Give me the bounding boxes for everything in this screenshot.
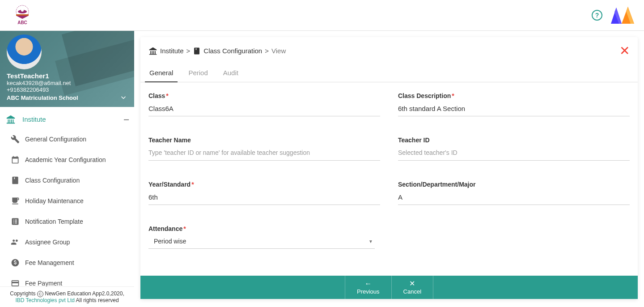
top-header: ABC ? [0,0,644,31]
breadcrumb-current: View [271,47,286,55]
sidebar-item-class-config[interactable]: Class Configuration [0,170,134,191]
calendar-icon [10,154,21,165]
close-icon[interactable]: ✕ [619,43,630,58]
header-right: ? [592,5,635,26]
dollar-icon [10,257,21,268]
value-class-desc[interactable]: 6th standard A Section [398,103,630,116]
arrow-left-icon: ← [364,280,372,287]
minus-icon: – [124,114,129,124]
svg-text:ABC: ABC [17,20,27,25]
sidebar-item-label: Academic Year Configuration [25,156,106,163]
field-attendance: Attendance* Period wise ▼ [148,225,375,249]
wrench-icon [10,134,21,145]
chevron-down-icon[interactable] [119,94,127,102]
field-teacher-id: Teacher ID Selected teacher's ID [398,136,630,161]
book-icon [193,47,201,55]
avatar [7,34,42,69]
sidebar-item-label: Fee Management [25,259,74,266]
previous-label: Previous [357,288,380,295]
user-school: ABC Matriculation School [7,94,127,101]
field-teacher-name: Teacher Name Type 'teacher ID or name' f… [148,136,380,161]
select-attendance[interactable]: Period wise ▼ [148,236,375,249]
previous-button[interactable]: ← Previous [345,277,391,298]
institute-icon [148,47,157,55]
tab-period[interactable]: Period [187,64,208,82]
cancel-button[interactable]: ✕ Cancel [392,277,433,298]
card-icon [10,278,21,286]
footer-copyrights: Copyrights [10,290,35,297]
value-section[interactable]: A [398,192,630,205]
label-class: Class* [148,92,380,99]
label-year: Year/Standard* [148,181,380,188]
tab-audit[interactable]: Audit [222,64,239,82]
field-class-desc: Class Description* 6th standard A Sectio… [398,92,630,116]
sidebar: TestTeacher1 kecak43928@a6mail.net +9163… [0,31,134,307]
sidebar-item-assignee-group[interactable]: Assignee Group [0,232,134,252]
label-teacher-id: Teacher ID [398,136,630,144]
sidebar-item-label: General Configuration [25,136,86,143]
dropdown-arrow-icon: ▼ [369,239,373,244]
checklist-icon [10,216,21,227]
footer-product: NewGen Education App2.0,2020, [45,290,124,297]
nav-group-institute[interactable]: Institute – [0,107,134,129]
cancel-label: Cancel [403,288,421,295]
user-phone: +916382206493 [7,86,127,93]
nav-area: Institute – General Configuration Academ… [0,107,134,286]
sidebar-item-label: Fee Payment [25,280,62,286]
sidebar-item-label: Notification Template [25,218,83,225]
institution-logo: ABC [9,3,36,28]
nav-group-label: Institute [22,115,46,123]
sidebar-item-label: Class Configuration [25,177,80,184]
sidebar-item-notification[interactable]: Notification Template [0,211,134,232]
form-body: Class* Class6A Class Description* 6th st… [140,82,638,276]
sidebar-item-fee-management[interactable]: Fee Management [0,252,134,273]
label-class-desc: Class Description* [398,92,630,99]
close-icon: ✕ [409,280,415,287]
value-year[interactable]: 6th [148,192,380,205]
field-section: Section/Department/Major A [398,181,630,205]
svg-rect-3 [16,14,29,16]
sidebar-item-academic-year[interactable]: Academic Year Configuration [0,149,134,170]
sidebar-item-holiday[interactable]: Holiday Maintenance [0,191,134,211]
user-card: TestTeacher1 kecak43928@a6mail.net +9163… [0,31,134,107]
value-teacher-id[interactable]: Selected teacher's ID [398,147,630,161]
detail-card: Institute > Class Configuration > View ✕… [140,37,638,299]
breadcrumb-mid[interactable]: Class Configuration [203,47,262,55]
sidebar-item-label: Assignee Group [25,239,70,246]
sidebar-item-fee-payment[interactable]: Fee Payment [0,273,134,286]
value-class[interactable]: Class6A [148,103,380,116]
sidebar-item-general-config[interactable]: General Configuration [0,129,134,149]
svg-point-2 [21,9,24,12]
breadcrumb: Institute > Class Configuration > View ✕ [140,37,638,64]
field-year: Year/Standard* 6th [148,181,380,205]
label-teacher-name: Teacher Name [148,136,380,144]
help-icon[interactable]: ? [592,10,602,21]
mug-icon [10,196,21,206]
footer-rights: All rights reserved [76,297,119,303]
content-area: Institute > Class Configuration > View ✕… [134,31,644,307]
tab-general[interactable]: General [148,64,174,82]
book-icon [10,175,21,186]
action-bar: ← Previous ✕ Cancel [140,276,638,299]
breadcrumb-separator: > [265,47,269,55]
divider [433,276,433,299]
user-name: TestTeacher1 [7,72,127,80]
copyright-icon: C [37,291,43,297]
sidebar-item-label: Holiday Maintenance [25,197,84,205]
value-teacher-name[interactable]: Type 'teacher ID or name' for available … [148,147,380,161]
breadcrumb-root[interactable]: Institute [160,47,184,55]
select-attendance-value: Period wise [154,238,186,245]
label-attendance: Attendance* [148,225,375,232]
footer-company[interactable]: IBD Technologies pvt Ltd [15,297,75,303]
brand-logo [609,5,635,26]
footer: Copyrights C NewGen Education App2.0,202… [0,286,134,307]
user-email: kecak43928@a6mail.net [7,80,127,86]
tabs: General Period Audit [140,64,638,82]
label-section: Section/Department/Major [398,181,630,188]
field-class: Class* Class6A [148,92,380,116]
group-icon [10,237,21,247]
institute-icon [5,115,16,124]
breadcrumb-separator: > [186,47,191,55]
